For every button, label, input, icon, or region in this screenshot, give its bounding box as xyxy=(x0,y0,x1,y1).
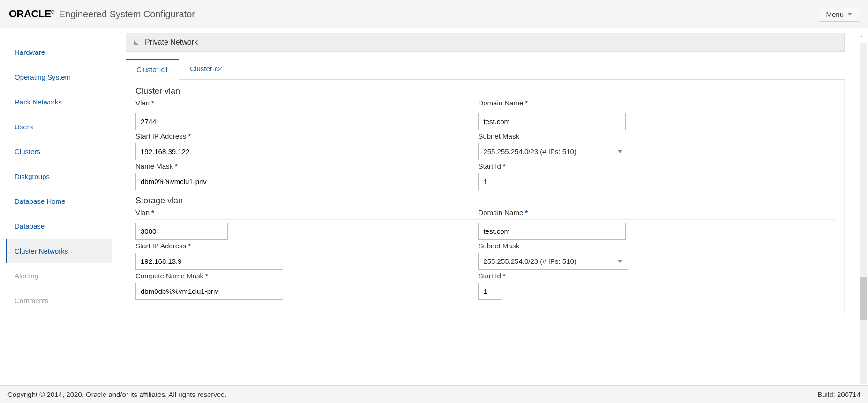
sidebar-item-alerting[interactable]: Alerting xyxy=(6,263,112,288)
storage-domain-label: Domain Name* xyxy=(478,209,793,216)
section-cluster-vlan-title: Cluster vlan xyxy=(135,86,835,96)
storage-startip-input[interactable] xyxy=(135,253,283,270)
sidebar-item-clusters[interactable]: Clusters xyxy=(6,139,112,164)
storage-compute-namemask-input[interactable] xyxy=(135,283,283,300)
sidebar-item-cluster-networks[interactable]: Cluster Networks xyxy=(6,239,112,263)
tab-cluster-c2[interactable]: Cluster-c2 xyxy=(179,59,232,80)
scrollbar-track[interactable] xyxy=(860,43,867,384)
storage-subnet-label: Subnet Mask xyxy=(478,242,793,250)
startid-label: Start Id* xyxy=(478,162,793,170)
app-title: Engineered System Configurator xyxy=(59,9,195,20)
panel-title: Private Network xyxy=(145,38,198,46)
storage-subnet-select[interactable]: 255.255.254.0/23 (# IPs: 510) xyxy=(478,253,628,270)
storage-domain-input[interactable] xyxy=(478,223,626,240)
cluster-startip-input[interactable] xyxy=(135,143,283,160)
sidebar-item-hardware[interactable]: Hardware xyxy=(6,40,112,65)
compute-namemask-label: Compute Name Mask* xyxy=(135,272,450,280)
sidebar-item-diskgroups[interactable]: Diskgroups xyxy=(6,164,112,189)
storage-vlan-input[interactable] xyxy=(135,223,228,240)
namemask-label: Name Mask* xyxy=(135,162,450,170)
sidebar-item-rack-networks[interactable]: Rack Networks xyxy=(6,90,112,114)
collapse-icon xyxy=(134,40,138,45)
menu-label: Menu xyxy=(826,10,844,18)
scroll-up-button[interactable]: ˄ xyxy=(858,35,866,43)
panel-header[interactable]: Private Network xyxy=(126,33,845,52)
cluster-startid-input[interactable] xyxy=(478,173,502,190)
startip-label: Start IP Address* xyxy=(135,132,450,140)
app-header: ORACLE® Engineered System Configurator M… xyxy=(0,0,868,28)
storage-startip-label: Start IP Address* xyxy=(135,242,450,250)
storage-startid-label: Start Id* xyxy=(478,272,793,280)
chevron-down-icon xyxy=(847,13,852,15)
vlan-label: Vlan* xyxy=(135,99,450,107)
form-area: Cluster vlan Vlan* Domain Name* xyxy=(126,80,845,314)
sidebar-item-database-home[interactable]: Database Home xyxy=(6,189,112,214)
scrollbar-thumb[interactable] xyxy=(860,277,867,320)
sidebar-item-database[interactable]: Database xyxy=(6,214,112,239)
header-left: ORACLE® Engineered System Configurator xyxy=(9,8,195,20)
main-content: Private Network Cluster-c1 Cluster-c2 Cl… xyxy=(126,33,868,385)
storage-vlan-label: Vlan* xyxy=(135,209,450,216)
oracle-logo: ORACLE® xyxy=(9,8,54,20)
sidebar-item-operating-system[interactable]: Operating System xyxy=(6,65,112,90)
menu-button[interactable]: Menu xyxy=(819,7,859,22)
tab-cluster-c1[interactable]: Cluster-c1 xyxy=(126,59,179,80)
sidebar: Hardware Operating System Rack Networks … xyxy=(6,33,112,385)
domain-label: Domain Name* xyxy=(478,99,793,107)
chevron-down-icon xyxy=(617,260,623,263)
chevron-down-icon xyxy=(617,150,623,153)
cluster-vlan-input[interactable] xyxy=(135,113,283,130)
tabs: Cluster-c1 Cluster-c2 xyxy=(126,58,845,80)
section-storage-vlan-title: Storage vlan xyxy=(135,196,835,206)
storage-startid-input[interactable] xyxy=(478,283,502,300)
subnet-label: Subnet Mask xyxy=(478,132,793,140)
cluster-domain-input[interactable] xyxy=(478,113,626,130)
cluster-subnet-select[interactable]: 255.255.254.0/23 (# IPs: 510) xyxy=(478,143,628,160)
cluster-namemask-input[interactable] xyxy=(135,173,283,190)
sidebar-item-users[interactable]: Users xyxy=(6,114,112,139)
sidebar-item-comments[interactable]: Comments xyxy=(6,288,112,313)
